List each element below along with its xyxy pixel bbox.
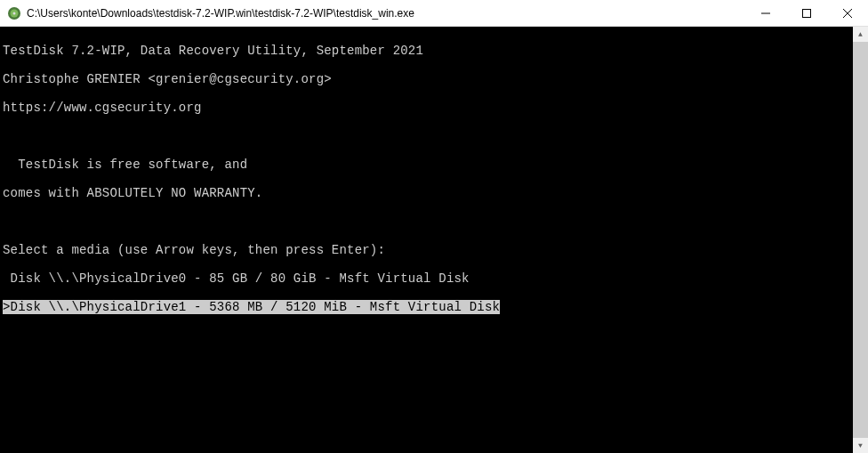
header-line: https://www.cgsecurity.org xyxy=(3,101,868,115)
titlebar: C:\Users\konte\Downloads\testdisk-7.2-WI… xyxy=(0,0,868,27)
console-output[interactable]: TestDisk 7.2-WIP, Data Recovery Utility,… xyxy=(0,27,868,453)
app-icon xyxy=(7,6,21,20)
warranty-line: comes with ABSOLUTELY NO WARRANTY. xyxy=(3,186,868,200)
warranty-line: TestDisk is free software, and xyxy=(3,158,868,172)
scrollbar-thumb[interactable] xyxy=(853,42,868,438)
close-button[interactable] xyxy=(827,0,868,26)
disk-item-selected[interactable]: >Disk \\.\PhysicalDrive1 - 5368 MB / 512… xyxy=(3,300,868,314)
maximize-button[interactable] xyxy=(786,0,827,26)
window-controls xyxy=(745,0,868,26)
blank-line xyxy=(3,328,868,343)
header-line: TestDisk 7.2-WIP, Data Recovery Utility,… xyxy=(3,44,868,58)
scrollbar[interactable]: ▲ ▼ xyxy=(853,27,868,453)
disk-item[interactable]: Disk \\.\PhysicalDrive0 - 85 GB / 80 GiB… xyxy=(3,271,868,286)
blank-line xyxy=(3,214,868,229)
window-title: C:\Users\konte\Downloads\testdisk-7.2-WI… xyxy=(27,7,745,20)
blank-line xyxy=(3,129,868,143)
scrollbar-down-icon[interactable]: ▼ xyxy=(853,438,868,453)
blank-line xyxy=(3,357,868,371)
blank-line xyxy=(3,414,868,428)
header-line: Christophe GRENIER <grenier@cgsecurity.o… xyxy=(3,72,868,86)
blank-line xyxy=(3,385,868,400)
minimize-button[interactable] xyxy=(745,0,786,26)
select-prompt: Select a media (use Arrow keys, then pre… xyxy=(3,243,868,257)
svg-rect-4 xyxy=(803,9,811,17)
svg-point-2 xyxy=(13,12,16,14)
scrollbar-up-icon[interactable]: ▲ xyxy=(853,27,868,42)
blank-line xyxy=(3,442,868,453)
